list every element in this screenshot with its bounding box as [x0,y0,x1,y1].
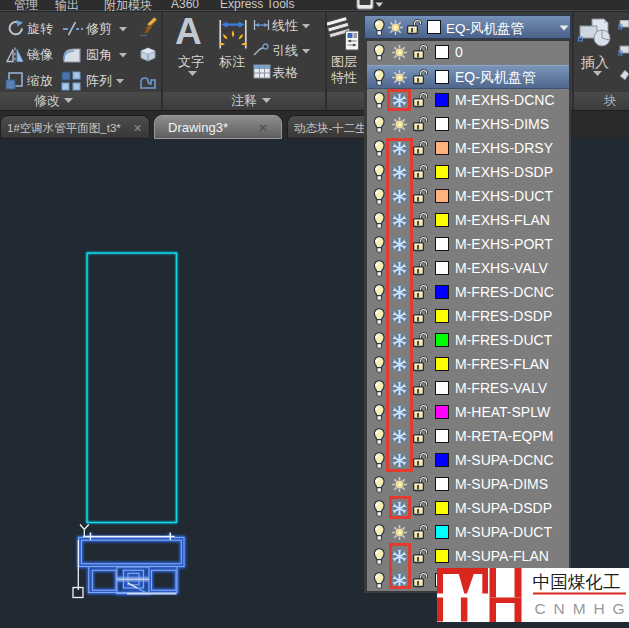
svg-text:中国煤化工: 中国煤化工 [533,572,621,592]
svg-text:CNMHG: CNMHG [535,600,629,617]
